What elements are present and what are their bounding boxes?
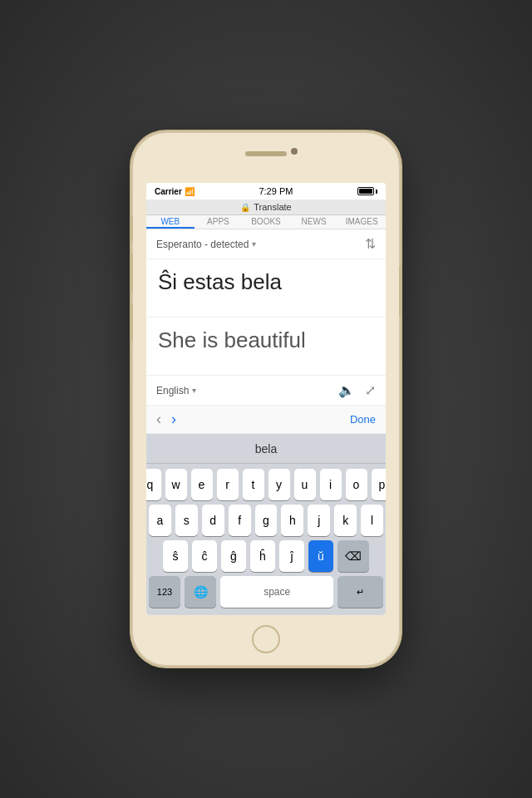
return-key[interactable]: ↵ [337,576,383,608]
key-j[interactable]: j [308,505,330,536]
keyboard-row-1: q w e r t y u i o p [149,469,383,500]
key-w[interactable]: w [165,469,187,500]
phone-power-btn [399,266,402,316]
target-lang-label: English [156,385,189,397]
key-y[interactable]: y [268,469,290,500]
source-lang-row: Esperanto - detected ▾ ⇅ [146,229,386,259]
done-button[interactable]: Done [350,413,376,426]
translated-text: She is beautiful [158,328,374,353]
target-lang-arrow: ▾ [192,386,196,395]
status-bar: Carrier 📶 7:29 PM [146,183,386,200]
keyboard-row-4: 123 🌐 space ↵ [149,576,383,608]
key-q[interactable]: q [146,469,161,500]
key-hcircumflex[interactable]: ĥ [250,540,275,572]
battery-body [357,187,374,195]
keyboard-row-2: a s d f g h j k l [149,505,383,536]
key-g[interactable]: g [255,505,278,536]
phone-vol-down-btn [130,303,133,341]
key-e[interactable]: e [191,469,213,500]
key-s[interactable]: s [175,505,198,536]
keyboard: q w e r t y u i o p a s [146,464,386,615]
key-t[interactable]: t [243,469,264,500]
keyboard-row-3: ŝ ĉ ĝ ĥ ĵ ŭ ⌫ [149,540,383,572]
key-ccircumflex[interactable]: ĉ [192,540,217,572]
tab-news[interactable]: NEWS [290,215,338,229]
key-o[interactable]: o [346,469,367,500]
key-k[interactable]: k [334,505,357,536]
key-d[interactable]: d [202,505,224,536]
phone-speaker [245,151,287,156]
phone-screen: Carrier 📶 7:29 PM 🔒 Translate [146,183,386,615]
url-text: Translate [254,202,291,212]
tab-books[interactable]: BOOKS [242,215,290,229]
translation-area: She is beautiful [146,318,386,376]
key-jcircumflex[interactable]: ĵ [279,540,304,572]
key-ubreve[interactable]: ŭ [308,540,333,572]
target-lang-selector[interactable]: English ▾ [156,385,196,397]
phone-vol-up-btn [130,254,133,291]
nav-arrows: ‹ › [156,411,176,428]
tab-apps[interactable]: APPS [195,215,243,229]
phone-frame: Carrier 📶 7:29 PM 🔒 Translate [133,133,399,665]
key-i[interactable]: i [320,469,342,500]
url-bar[interactable]: 🔒 Translate [146,200,386,215]
target-lang-row: English ▾ 🔈 ⤢ [146,376,386,406]
tabs-bar: WEB APPS BOOKS NEWS IMAGES [146,215,386,229]
space-key[interactable]: space [220,576,333,608]
swap-languages-icon[interactable]: ⇅ [365,236,376,252]
speaker-icon[interactable]: 🔈 [338,382,355,398]
phone-mute-btn [130,216,133,241]
source-text-area[interactable]: Ŝi estas bela [146,259,386,318]
key-l[interactable]: l [361,505,383,536]
battery-tip [376,190,377,194]
key-f[interactable]: f [229,505,251,536]
battery-fill [359,189,372,194]
expand-icon[interactable]: ⤢ [365,382,376,398]
source-lang-arrow: ▾ [252,239,256,249]
action-icons: 🔈 ⤢ [338,382,376,398]
key-scircumflex[interactable]: ŝ [163,540,188,572]
source-lang-label: Esperanto - detected [156,239,249,250]
key-h[interactable]: h [281,505,303,536]
key-p[interactable]: p [372,469,387,500]
autocomplete-bar[interactable]: bela [146,434,386,464]
status-time: 7:29 PM [259,186,293,196]
tab-web[interactable]: WEB [146,215,195,229]
key-r[interactable]: r [217,469,239,500]
globe-key[interactable]: 🌐 [185,576,216,608]
source-lang-selector[interactable]: Esperanto - detected ▾ [156,239,256,250]
nav-row: ‹ › Done [146,406,386,434]
wifi-icon: 📶 [185,187,195,196]
key-u[interactable]: u [294,469,316,500]
tab-images[interactable]: IMAGES [337,215,386,229]
forward-arrow[interactable]: › [171,411,176,428]
carrier-signal: Carrier 📶 [155,187,195,196]
delete-key[interactable]: ⌫ [337,540,369,572]
phone-home-btn[interactable] [252,625,280,653]
autocomplete-word[interactable]: bela [255,442,277,456]
battery-indicator [357,187,377,195]
key-a[interactable]: a [149,505,171,536]
key-gcircumflex[interactable]: ĝ [221,540,246,572]
translate-widget: Esperanto - detected ▾ ⇅ Ŝi estas bela S… [146,229,386,615]
num-key[interactable]: 123 [149,576,180,608]
carrier-label: Carrier [155,187,182,196]
source-text[interactable]: Ŝi estas bela [158,269,374,295]
back-arrow[interactable]: ‹ [156,411,161,428]
lock-icon: 🔒 [240,203,250,212]
phone-camera [291,148,298,155]
